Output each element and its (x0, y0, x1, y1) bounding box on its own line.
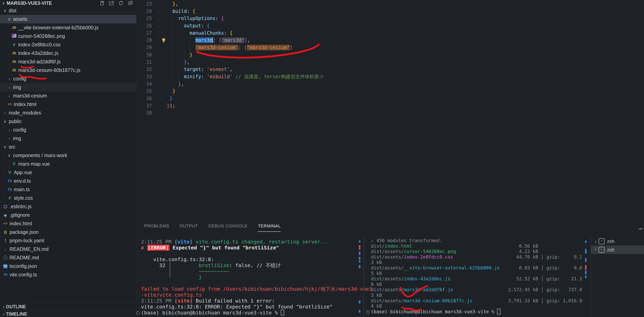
tree-folder-assets[interactable]: ∨assets (0, 15, 136, 23)
indent-guide (190, 37, 190, 59)
code-text: target: 'esnext', (167, 66, 232, 73)
tree-file-mars3d-ad2ddf6f-js[interactable]: JSmars3d-ad2ddf6f.js (0, 58, 136, 66)
code-line-25[interactable]: 25⌄ rollupOptions: { (136, 15, 644, 22)
line-number: 25 (136, 15, 152, 22)
code-text: }, (167, 81, 184, 88)
terminal-line: 2:11:25 PM [vite] vite.config.ts changed… (141, 239, 363, 245)
tree-file-pnpm-lock-yaml[interactable]: !pnpm-lock.yaml (0, 236, 136, 245)
sidebar-section-outline[interactable]: › OUTLINE (0, 302, 136, 311)
terminal-line: dist/assets/mars3d-cesium-60b1877c.js 3,… (371, 298, 584, 304)
tree-file-env-d-ts[interactable]: TSenv.d.ts (0, 177, 136, 185)
panel-tab-debug-console[interactable]: DEBUG CONSOLE (208, 223, 248, 232)
tree-file-main-ts[interactable]: TSmain.ts (0, 185, 136, 194)
panel-tab-output[interactable]: OUTPUT (180, 223, 198, 232)
new-folder-icon[interactable] (109, 1, 114, 6)
tree-file-mars-map-vue[interactable]: Vmars-map.vue (0, 160, 136, 168)
code-line-38[interactable]: 38 (136, 109, 644, 117)
lightbulb-icon[interactable] (161, 38, 166, 43)
terminal-line: 2:11:25 PM [vite] Build failed with 1 er… (141, 298, 363, 304)
vue-file-icon: V (7, 170, 12, 175)
section-label: TIMELINE (6, 311, 27, 317)
terminal-icon: › (599, 238, 604, 244)
explorer-section-header[interactable]: ∨ MARS3D-VUE3-VITE (0, 0, 136, 6)
code-line-33[interactable]: 33 minify: 'esbuild' // 混淆器, terser构建后文件… (136, 73, 644, 81)
code-text: build: { (167, 8, 196, 15)
tree-folder-config[interactable]: ›config (0, 126, 136, 134)
md-down-file-icon: ↓ (3, 246, 8, 252)
code-line-34[interactable]: 34 }, (136, 81, 644, 88)
refresh-icon[interactable] (118, 1, 124, 6)
fold-chevron-icon[interactable]: ⌄ (158, 22, 161, 30)
tree-folder-config[interactable]: ›config (0, 75, 136, 83)
terminal-line: 3 kB (371, 260, 584, 265)
tree-file-index-43a2ddec-js[interactable]: JSindex-43a2ddec.js (0, 49, 136, 58)
tree-file--gitignore[interactable]: ◆.gitignore (0, 211, 136, 219)
code-text: } (167, 95, 172, 102)
tree-item-label: main.ts (14, 187, 30, 192)
code-line-35[interactable]: 35 } (136, 88, 644, 95)
new-file-icon[interactable] (100, 1, 104, 6)
tree-folder-public[interactable]: ∨public (0, 117, 136, 126)
line-number: 38 (136, 109, 152, 117)
panel-tab-problems[interactable]: PROBLEMS (144, 223, 169, 232)
tree-folder-mars3d-cesium[interactable]: ›mars3d-cesium (0, 92, 136, 100)
panel-tab-terminal[interactable]: TERMINAL (258, 223, 280, 232)
tree-file-index-2e8fdcc0-css[interactable]: #index-2e8fdcc0.css (0, 41, 136, 49)
tree-folder-src[interactable]: ∨src (0, 143, 136, 151)
sidebar-section-timeline[interactable]: › TIMELINE (0, 311, 136, 317)
line-number: 30 (136, 51, 152, 59)
code-line-32[interactable]: 32 target: 'esnext', (136, 66, 644, 73)
tree-file-style-css[interactable]: #style.css (0, 194, 136, 202)
terminal-line: (base) bibichuan@bibichuan mars3d-vue3-v… (371, 309, 584, 314)
code-line-37[interactable]: 37}); (136, 102, 644, 110)
terminal-pane-right[interactable]: ✓ 456 modules transformed.dist/index.htm… (371, 238, 584, 314)
tree-file-readme-en-md[interactable]: ↓README_EN.md (0, 245, 136, 253)
code-line-23[interactable]: 23 }, (136, 1, 644, 8)
tree-file-vite-config-ts[interactable]: TSvite.config.ts (0, 270, 136, 279)
tree-file-app-vue[interactable]: VApp.vue (0, 168, 136, 177)
code-editor[interactable]: 23 },24⌄ build: {25⌄ rollupOptions: {26⌄… (136, 0, 644, 221)
code-line-29[interactable]: 29 'mars3d-cesium': ["mars3d-cesium"] (136, 44, 644, 51)
fold-chevron-icon[interactable]: ⌄ (158, 15, 161, 22)
tree-folder-components-mars-work[interactable]: ∨components / mars-work (0, 151, 136, 160)
tree-file-index-html[interactable]: <>index.html (0, 100, 136, 109)
tree-file-readme-md[interactable]: ⓘREADME.md (0, 253, 136, 262)
code-text: 'mars3d-cesium': ["mars3d-cesium"] (167, 44, 293, 51)
code-line-24[interactable]: 24⌄ build: { (136, 8, 644, 15)
tree-folder-node-modules[interactable]: ›node_modules (0, 109, 136, 117)
line-number: 29 (136, 44, 152, 51)
tree-file-package-json[interactable]: {}package.json (0, 228, 136, 236)
code-line-31[interactable]: 31 }, (136, 59, 644, 66)
tree-folder-dist[interactable]: ∨dist (0, 6, 136, 15)
tree-indent-guide (5, 152, 5, 203)
tree-item-label: .eslintrc.js (10, 204, 32, 209)
fold-chevron-icon[interactable]: ⌄ (158, 8, 161, 15)
terminal-cursor (281, 310, 284, 315)
tree-file-cursor-540268ec-png[interactable]: cursor-540268ec.png (0, 32, 136, 41)
fold-chevron-icon[interactable]: ⌄ (158, 30, 161, 37)
tree-folder-img[interactable]: ›img (0, 83, 136, 92)
tree-file-index-html[interactable]: <>index.html (0, 219, 136, 228)
terminal-pane-left[interactable]: 2:11:25 PM [vite] vite.config.ts changed… (141, 239, 363, 315)
code-line-30[interactable]: 30 } (136, 51, 644, 59)
panel-divider[interactable] (136, 222, 644, 222)
tree-file--eslintrc-js[interactable]: ⬡.eslintrc.js (0, 202, 136, 211)
code-line-36[interactable]: 36 } (136, 95, 644, 102)
code-line-28[interactable]: 28 mars3d: ['mars3d'], (136, 37, 644, 44)
tree-folder-img[interactable]: ›img (0, 134, 136, 143)
panel-action-icon[interactable] (639, 228, 643, 229)
terminal-instance-row[interactable]: └›zsh (591, 245, 644, 254)
code-line-27[interactable]: 27⌄ manualChunks: { (136, 30, 644, 37)
tree-item-label: pnpm-lock.yaml (10, 238, 44, 243)
tree-file-tsconfig-json[interactable]: TStsconfig.json (0, 262, 136, 270)
tree-file--vite-browser-external-b25bb000-js[interactable]: JS__vite-browser-external-b25bb000.js (0, 23, 136, 32)
gutter-glyph-margin (152, 81, 167, 88)
chevron-right-icon: › (7, 85, 12, 90)
terminal-split-handle[interactable] (364, 236, 364, 317)
code-text: manualChunks: { (167, 30, 232, 37)
collapse-all-icon[interactable] (128, 1, 133, 6)
tree-file-mars3d-cesium-60b1877c-js[interactable]: JSmars3d-cesium-60b1877c.js (0, 66, 136, 75)
scroll-decoration-blue (585, 271, 586, 274)
terminal-instance-row[interactable]: ┌›zsh (591, 237, 644, 245)
code-line-26[interactable]: 26⌄ output: { (136, 22, 644, 30)
